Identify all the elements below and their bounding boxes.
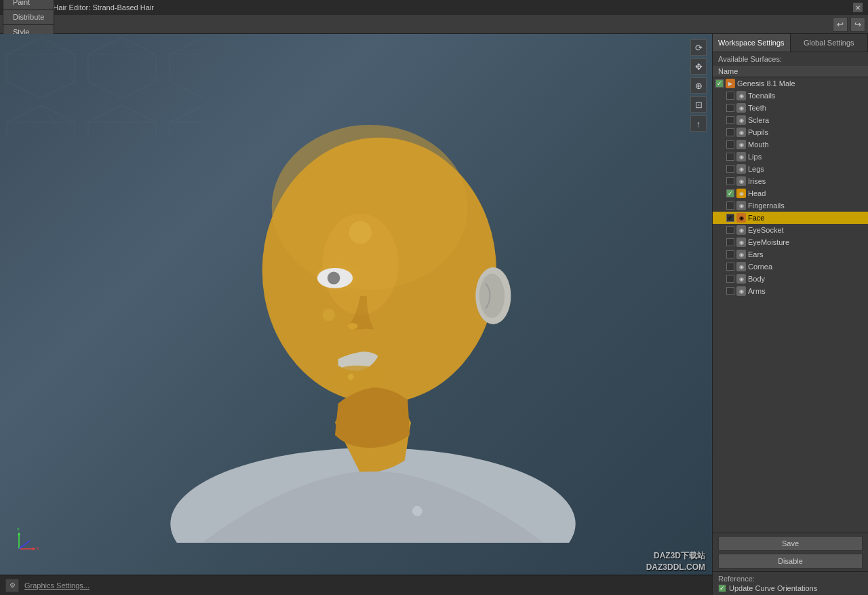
rotate-tool[interactable]: ⟳ <box>690 39 707 56</box>
graphics-settings-link[interactable]: Graphics Settings... <box>24 581 90 590</box>
item-checkbox-body[interactable] <box>726 275 734 283</box>
item-icon-irises: ◉ <box>736 176 746 186</box>
item-icon-ears: ◉ <box>736 250 746 259</box>
item-icon-cornea: ◉ <box>736 262 746 271</box>
item-checkbox-fingernails[interactable] <box>726 201 734 210</box>
item-icon-face: ◉ <box>736 213 746 223</box>
item-checkbox-ears[interactable] <box>726 250 734 258</box>
3d-model <box>136 68 610 543</box>
tree-item-teeth[interactable]: ◉ Teeth <box>713 102 868 114</box>
panel-tabs: Workspace Settings Global Settings <box>713 34 868 52</box>
svg-point-15 <box>348 374 354 380</box>
item-label-mouth: Mouth <box>748 140 868 149</box>
item-icon-body: ◉ <box>736 274 746 284</box>
item-label-sclera: Sclera <box>748 116 868 124</box>
item-icon-lips: ◉ <box>736 152 746 161</box>
tree-item-cornea[interactable]: ◉ Cornea <box>713 261 868 273</box>
window-title: Strand-Based Hair Editor: Strand-Based H… <box>5 3 853 12</box>
item-checkbox-lips[interactable] <box>726 153 734 161</box>
tree-item-head[interactable]: ✓ ◉ Head <box>713 187 868 199</box>
item-checkbox-eyemoisture[interactable] <box>726 238 734 246</box>
item-checkbox-sclera[interactable] <box>726 116 734 124</box>
surfaces-tree[interactable]: ✓ ▶ Genesis 8.1 Male ◉ Toenails ◉ Teeth … <box>713 77 868 533</box>
name-column-header: Name <box>713 66 868 77</box>
reference-label: Reference: <box>718 575 863 583</box>
update-curve-label: Update Curve Orientations <box>729 584 817 592</box>
tree-item-mouth[interactable]: ◉ Mouth <box>713 138 868 151</box>
tree-item-arms[interactable]: ◉ Arms <box>713 285 868 297</box>
disable-button[interactable]: Disable <box>718 554 863 569</box>
tree-item-body[interactable]: ◉ Body <box>713 273 868 285</box>
tree-item-legs[interactable]: ◉ Legs <box>713 163 868 175</box>
tree-item-fingernails[interactable]: ◉ Fingernails <box>713 199 868 212</box>
frame-tool[interactable]: ⊡ <box>690 96 707 113</box>
tree-item-lips[interactable]: ◉ Lips <box>713 151 868 163</box>
item-label-face: Face <box>748 214 868 222</box>
item-checkbox-cornea[interactable] <box>726 263 734 271</box>
item-checkbox-head[interactable]: ✓ <box>726 189 734 197</box>
reset-tool[interactable]: ↑ <box>690 115 707 132</box>
item-checkbox-teeth[interactable] <box>726 104 734 112</box>
update-curve-checkbox[interactable]: ✓ <box>718 584 726 592</box>
item-icon-toenails: ◉ <box>736 91 746 100</box>
tree-item-eyesocket[interactable]: ◉ EyeSocket <box>713 224 868 236</box>
svg-marker-22 <box>18 533 21 535</box>
item-icon-arms: ◉ <box>736 286 746 296</box>
svg-point-14 <box>479 273 505 318</box>
tree-item-eyemoisture[interactable]: ◉ EyeMoisture <box>713 236 868 248</box>
tab-distribute[interactable]: Distribute <box>3 9 54 24</box>
item-label-legs: Legs <box>748 165 868 173</box>
tree-item-face[interactable]: ✓ ◉ Face <box>713 212 868 224</box>
svg-text:Y: Y <box>17 527 20 532</box>
viewport-tools: ⟳ ✥ ⊕ ⊡ ↑ <box>690 39 707 132</box>
pan-tool[interactable]: ✥ <box>690 58 707 75</box>
root-checkbox[interactable]: ✓ <box>715 79 724 88</box>
item-label-pupils: Pupils <box>748 128 868 136</box>
tab-paint[interactable]: Paint <box>3 0 54 9</box>
svg-point-18 <box>412 506 422 516</box>
tree-item-sclera[interactable]: ◉ Sclera <box>713 114 868 126</box>
item-label-cornea: Cornea <box>748 263 868 271</box>
item-label-irises: Irises <box>748 177 868 185</box>
redo-button[interactable]: ↪ <box>850 17 865 32</box>
item-checkbox-arms[interactable] <box>726 287 734 295</box>
svg-marker-20 <box>33 548 35 551</box>
bottombar: ⚙ Graphics Settings... <box>0 575 712 595</box>
graphics-icon[interactable]: ⚙ <box>5 579 19 592</box>
tree-item-pupils[interactable]: ◉ Pupils <box>713 126 868 138</box>
global-settings-tab[interactable]: Global Settings <box>791 34 869 52</box>
item-icon-mouth: ◉ <box>736 140 746 149</box>
workspace-settings-tab[interactable]: Workspace Settings <box>713 34 791 52</box>
item-checkbox-face[interactable]: ✓ <box>726 214 734 222</box>
item-label-teeth: Teeth <box>748 104 868 112</box>
svg-point-17 <box>322 309 335 322</box>
tree-item-toenails[interactable]: ◉ Toenails <box>713 90 868 102</box>
item-checkbox-toenails[interactable] <box>726 92 734 100</box>
item-icon-sclera: ◉ <box>736 115 746 125</box>
titlebar: Strand-Based Hair Editor: Strand-Based H… <box>0 0 868 15</box>
axis-indicator: X Y <box>14 527 41 554</box>
available-surfaces-label: Available Surfaces: <box>713 52 868 66</box>
item-checkbox-legs[interactable] <box>726 165 734 173</box>
zoom-tool[interactable]: ⊕ <box>690 77 707 94</box>
item-checkbox-mouth[interactable] <box>726 140 734 149</box>
panel-bottom: Save Disable <box>713 533 868 571</box>
item-checkbox-pupils[interactable] <box>726 128 734 136</box>
item-label-ears: Ears <box>748 250 868 258</box>
item-label-lips: Lips <box>748 153 868 161</box>
right-panel: Workspace Settings Global Settings Avail… <box>712 34 868 595</box>
undo-button[interactable]: ↩ <box>833 17 848 32</box>
item-checkbox-irises[interactable] <box>726 177 734 185</box>
svg-point-10 <box>328 272 340 285</box>
save-button[interactable]: Save <box>718 536 863 551</box>
tree-item-irises[interactable]: ◉ Irises <box>713 175 868 187</box>
item-checkbox-eyesocket[interactable] <box>726 226 734 234</box>
viewport[interactable]: ⟳ ✥ ⊕ ⊡ ↑ X Y ⚙ Graphics Settings... DAZ… <box>0 34 712 595</box>
close-button[interactable]: ✕ <box>853 3 863 12</box>
reference-section: Reference: ✓ Update Curve Orientations <box>713 571 868 595</box>
tree-item-ears[interactable]: ◉ Ears <box>713 248 868 261</box>
tree-root-item[interactable]: ✓ ▶ Genesis 8.1 Male <box>713 77 868 90</box>
item-icon-fingernails: ◉ <box>736 201 746 210</box>
item-icon-head: ◉ <box>736 189 746 198</box>
svg-line-23 <box>19 541 30 549</box>
